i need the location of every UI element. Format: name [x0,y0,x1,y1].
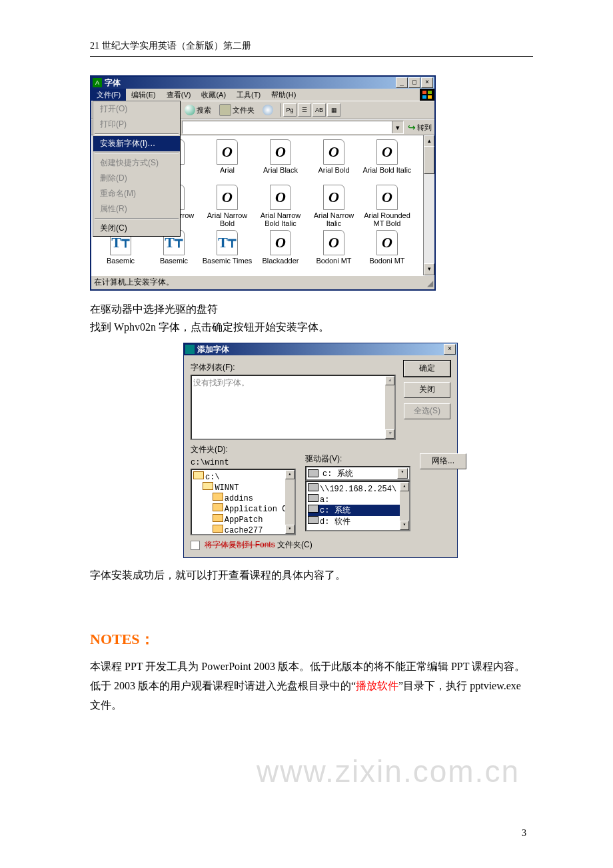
font-item[interactable]: OBlackadder [254,230,307,275]
view-similar-icon[interactable]: AB [312,103,326,117]
network-button[interactable]: 网络... [420,453,466,469]
search-button[interactable]: 搜索 [182,103,214,117]
copy-check-row[interactable]: 将字体复制到 Fonts 文件夹(C) [191,539,450,551]
drive-item[interactable]: c: 系统 [308,505,408,516]
tree-item[interactable]: addins [193,493,293,503]
menu-file[interactable]: 文件(F) [91,89,126,101]
watermark: www.zixin.com.cn [257,753,520,789]
font-item[interactable]: OArial Narrow Bold [201,185,254,230]
menu-edit[interactable]: 编辑(E) [126,89,161,101]
drive-item[interactable]: d: 软件 [308,516,408,527]
close-dlg-button[interactable]: 关闭 [404,382,450,398]
drive-item[interactable]: a: [308,494,408,505]
file-open[interactable]: 打开(O) [93,101,180,117]
opentype-icon: O [376,230,398,255]
font-item-label: Arial Narrow Bold [201,211,254,227]
drives-list[interactable]: \\192.168.2.254\a:c: 系统d: 软件▴▾ [305,481,410,531]
tree-item[interactable]: AppPatch [193,514,293,525]
opentype-icon: O [323,185,344,210]
view-details-icon[interactable]: ▦ [327,103,340,117]
brand-icon [420,89,434,101]
menu-fav[interactable]: 收藏(A) [196,89,231,101]
scroll-down-icon[interactable]: ▾ [424,263,434,275]
font-item[interactable]: OArial [201,139,254,185]
font-list[interactable]: 没有找到字体。 ▴▾ [191,375,396,440]
file-print[interactable]: 打印(P) [93,117,180,132]
folders-button[interactable]: 文件夹 [217,103,257,117]
file-rename[interactable]: 重命名(M) [93,186,180,201]
opentype-icon: O [217,185,238,210]
tree-item[interactable]: c:\ [193,471,293,482]
opentype-icon: O [376,185,398,210]
close-button[interactable]: × [421,77,433,88]
view-list-icon[interactable]: ☰ [298,103,311,117]
file-shortcut[interactable]: 创建快捷方式(S) [93,155,180,171]
file-delete[interactable]: 删除(D) [93,171,180,186]
history-icon [263,105,273,115]
copy-check-red: 将字体复制到 Fonts [205,540,275,549]
fonts-titlebar: A 字体 _ □ × [91,77,434,89]
address-input[interactable]: ▾ [182,121,404,134]
font-item[interactable]: OArial Narrow Bold Italic [254,185,307,230]
font-item[interactable]: TᴛBasemic Times [201,230,254,275]
font-item[interactable]: TᴛBasemic [147,230,201,275]
notes-section: NOTES： 本课程 PPT 开发工具为 PowerPoint 2003 版本。… [90,629,533,715]
tree-item[interactable]: Application Cor [193,503,293,514]
font-item-label: Basemic [94,257,147,265]
scrollbar[interactable]: ▴ ▾ [423,135,434,275]
address-dropdown-icon[interactable]: ▾ [392,121,403,133]
opentype-icon: O [376,139,398,165]
addfonts-close-button[interactable]: × [444,344,456,355]
resize-grip-icon[interactable]: ◢ [427,279,433,288]
tree-item[interactable]: WINNT [193,482,293,493]
font-item[interactable]: TᴛBasemic [94,230,147,275]
notes-p3: 文件。 [90,696,533,715]
combo-dropdown-icon[interactable]: ▾ [397,468,408,479]
font-item[interactable]: OBodoni MT [360,230,414,275]
menu-tools[interactable]: 工具(T) [231,89,266,101]
history-button[interactable] [260,103,276,117]
copy-check-suffix: 文件夹(C) [277,540,312,549]
file-properties[interactable]: 属性(R) [93,201,180,217]
menu-view[interactable]: 查看(V) [161,89,197,101]
drives-combo[interactable]: c: 系统 ▾ [305,466,410,481]
minimize-button[interactable]: _ [396,77,408,88]
notes-p2c: ”目录下，执行 pptview.exe [398,680,521,691]
search-label: 搜索 [197,105,211,115]
file-install-font[interactable]: 安装新字体(I)… [93,136,180,151]
svg-rect-2 [422,95,426,99]
font-item[interactable]: OArial Bold Italic [360,139,414,185]
maximize-button[interactable]: □ [408,77,420,88]
checkbox-icon[interactable] [191,541,200,550]
font-item-label: Arial Narrow Italic [307,211,360,227]
file-close[interactable]: 关闭(C) [93,221,180,236]
font-item-label: Arial Black [254,166,307,174]
instruction-2: 找到 Wphv02n 字体，点击确定按钮开始安装字体。 [90,318,533,336]
fonts-app-icon: A [93,78,102,87]
opentype-icon: O [323,139,344,165]
folder-tree[interactable]: c:\ WINNT addins Application Cor AppPatc… [191,469,296,535]
drive-item[interactable]: \\192.168.2.254\ [308,483,408,494]
select-all-button[interactable]: 全选(S) [404,403,450,419]
font-item[interactable]: OBodoni MT [307,230,360,275]
drive-selected: c: 系统 [322,468,353,479]
font-item[interactable]: OArial Black [254,139,307,185]
font-item[interactable]: OArial Rounded MT Bold [360,185,414,230]
font-item-label: Arial Bold [307,166,360,174]
folders-path: c:\winnt [191,458,296,467]
add-fonts-dialog: 添加字体 × 确定 关闭 全选(S) 字体列表(F): 没有找到字体。 ▴▾ [183,343,458,558]
status-bar: 在计算机上安装字体。 ◢ [91,275,434,289]
svg-rect-3 [428,95,432,99]
go-label: 转到 [417,123,432,133]
font-item[interactable]: OArial Bold [307,139,360,185]
font-item[interactable]: OArial Narrow Italic [307,185,360,230]
scroll-thumb[interactable] [424,146,434,174]
ok-button[interactable]: 确定 [404,361,450,377]
go-button[interactable]: ↪ 转到 [408,123,432,133]
opentype-icon: O [270,139,291,165]
folders-label: 文件夹(D): [191,444,296,455]
menu-help[interactable]: 帮助(H) [266,89,301,101]
tree-item[interactable]: cache277 [193,525,293,535]
folders-label: 文件夹 [233,105,255,115]
view-large-icon[interactable]: Pg [283,103,297,117]
